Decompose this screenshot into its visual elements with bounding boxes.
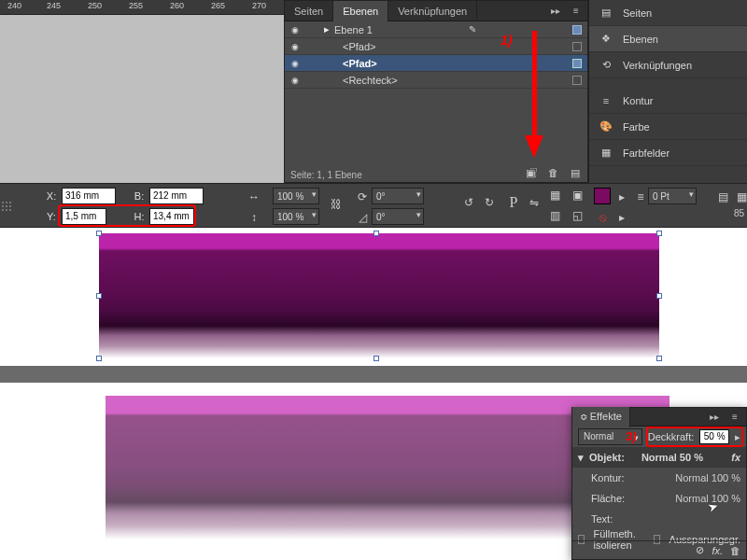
scale-x-dropdown[interactable]: 100 % [273, 188, 319, 204]
rotate-ccw-icon[interactable]: ↺ [459, 193, 478, 212]
select-indicator[interactable] [572, 76, 582, 85]
fill-arrow-icon[interactable]: ▸ [613, 188, 631, 206]
fill-label: Fläche: [591, 493, 625, 504]
stroke-value: Normal 100 % [675, 472, 740, 483]
sublayer-row[interactable]: ◉ <Rechteck> [285, 72, 587, 89]
selected-path[interactable] [99, 233, 659, 358]
opacity-label: 85 [734, 208, 744, 218]
panel-collapse-icon[interactable]: ▸▸ [548, 5, 563, 18]
opacity-icon[interactable]: ▦ [732, 188, 747, 206]
panel-menu-icon[interactable]: ≡ [569, 5, 584, 18]
document-canvas-top: 240 245 250 255 260 265 270 [0, 0, 284, 183]
annotation-arrow [527, 31, 542, 161]
shear-dropdown[interactable]: 0° [372, 208, 424, 225]
paragraph-icon[interactable]: P [504, 193, 523, 212]
delete-layer-button[interactable]: 🗑 [544, 165, 561, 180]
color-icon: 🎨 [599, 120, 613, 133]
select-indicator[interactable] [572, 42, 582, 51]
panel-item-color[interactable]: 🎨Farbe [589, 114, 747, 140]
panel-item-layers[interactable]: ❖Ebenen [589, 26, 747, 52]
layer-row-top[interactable]: ◉ ▸ Ebene 1 ✎ [285, 21, 587, 38]
scale-y-icon: ↕ [245, 208, 263, 227]
edit-icon[interactable]: ✎ [466, 23, 479, 36]
panel-menu-icon[interactable]: ≡ [727, 411, 742, 424]
highlight-box-3 [646, 427, 743, 447]
layer-color-swatch [572, 25, 582, 35]
highlight-box-2 [58, 204, 196, 227]
horizontal-ruler: 240 245 250 255 260 265 270 [0, 0, 284, 15]
swatches-icon: ▦ [599, 147, 613, 160]
shear-icon: ◿ [353, 208, 372, 227]
text-label: Text: [591, 513, 613, 525]
fill-swatch[interactable] [594, 188, 611, 204]
scale-y-dropdown[interactable]: 100 % [273, 208, 319, 225]
clear-fx-icon[interactable]: ⊘ [696, 544, 704, 556]
link-icon[interactable]: ⛓ [327, 195, 345, 214]
sublayer-name: <Rechteck> [343, 75, 398, 86]
object-label: Objekt: [589, 452, 625, 463]
pages-icon: ▤ [599, 7, 613, 20]
layer-options-button[interactable]: ▤ [567, 165, 584, 180]
divider [0, 366, 747, 383]
delete-fx-icon[interactable]: 🗑 [730, 545, 740, 556]
rotate-icon: ⟳ [353, 188, 372, 206]
control-bar: X:316 mm Y:1,5 mm B:212 mm H:13,4 mm 2) … [0, 183, 747, 228]
visibility-icon[interactable]: ◉ [289, 40, 302, 53]
stroke-arrow-icon[interactable]: ▸ [613, 208, 631, 227]
panel-collapse-icon[interactable]: ▸▸ [707, 411, 722, 424]
no-stroke-icon[interactable]: ⦸ [594, 208, 613, 227]
stroke-label: Kontur: [591, 472, 624, 483]
distribute-icon[interactable]: ▥ [545, 206, 564, 225]
stroke-weight-dropdown[interactable]: 0 Pt [648, 188, 697, 204]
visibility-icon[interactable]: ◉ [289, 74, 302, 87]
panel-item-stroke[interactable]: ≡Kontur [589, 88, 747, 114]
sublayer-row-selected[interactable]: ◉ <Pfad> [285, 55, 587, 72]
rotate-dropdown[interactable]: 0° [372, 188, 424, 204]
panel-tabs: Seiten Ebenen Verknüpfungen ▸▸ ≡ [285, 1, 587, 21]
flip-h-icon[interactable]: ⇋ [525, 193, 543, 212]
annotation-3: 3) [626, 429, 637, 443]
links-icon: ⟲ [599, 59, 613, 72]
visibility-icon[interactable]: ◉ [289, 23, 302, 36]
layers-icon: ❖ [599, 33, 613, 46]
fx-icon[interactable]: ▤ [713, 188, 732, 206]
sublayer-name: <Pfad> [343, 41, 375, 52]
select-indicator[interactable] [572, 59, 582, 68]
corner-icon[interactable]: ◱ [568, 206, 586, 225]
tab-pages[interactable]: Seiten [285, 1, 333, 21]
panel-item-pages[interactable]: ▤Seiten [589, 0, 747, 26]
cursor-pointer-icon: ☟ [529, 165, 538, 180]
fx-indicator-icon: fx [731, 452, 740, 463]
stroke-weight-icon: ≡ [631, 188, 650, 206]
sublayer-row[interactable]: ◉ <Pfad> [285, 38, 587, 55]
layer-status: Seite: 1, 1 Ebene [290, 170, 362, 180]
rotate-cw-icon[interactable]: ↻ [480, 193, 499, 212]
w-field[interactable]: 212 mm [149, 188, 204, 204]
fx-menu-button[interactable]: fx. [712, 545, 723, 556]
artboard-1[interactable] [0, 228, 747, 366]
tab-links[interactable]: Verknüpfungen [388, 1, 477, 21]
panel-item-swatches[interactable]: ▦Farbfelder [589, 140, 747, 166]
annotation-1: 1) [500, 33, 512, 48]
layer-name: Ebene 1 [334, 24, 373, 35]
drag-grip-icon[interactable] [0, 184, 15, 229]
right-panel-list: ▤Seiten ❖Ebenen ⟲Verknüpfungen ≡Kontur 🎨… [588, 0, 747, 183]
visibility-icon[interactable]: ◉ [289, 57, 302, 70]
panel-item-links[interactable]: ⟲Verknüpfungen [589, 52, 747, 78]
scale-x-icon: ↔ [245, 188, 263, 206]
tab-layers[interactable]: Ebenen [333, 1, 388, 21]
align-icon[interactable]: ▦ [545, 186, 564, 204]
stroke-icon: ≡ [599, 94, 613, 107]
sublayer-name: <Pfad> [343, 58, 377, 69]
object-value: Normal 50 % [641, 452, 703, 463]
wrap-icon[interactable]: ▣ [568, 186, 586, 204]
tab-effects[interactable]: ≎ Effekte [572, 407, 630, 427]
x-field[interactable]: 316 mm [62, 188, 116, 204]
